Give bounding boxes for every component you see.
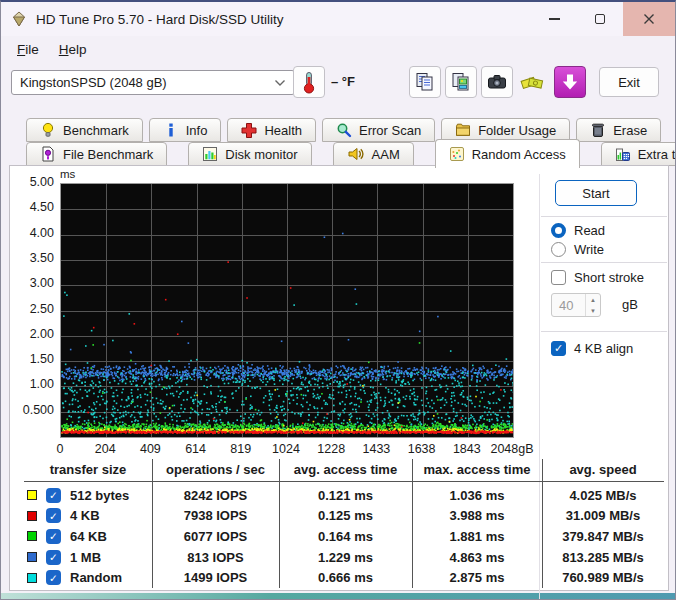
transfer-size-label: 4 KB: [70, 508, 100, 523]
copy-image-icon: [450, 71, 472, 93]
transfer-size-label: 1 MB: [70, 550, 101, 565]
tab-error-scan[interactable]: Error Scan: [322, 118, 435, 142]
x-tick-label: 2048gB: [480, 442, 544, 456]
bar-chart-icon: [202, 146, 218, 162]
menu-file[interactable]: File: [9, 39, 47, 60]
tab-health[interactable]: Health: [227, 118, 316, 142]
write-radio[interactable]: [551, 242, 566, 257]
copy-image-button[interactable]: [445, 66, 477, 98]
app-window: HD Tune Pro 5.70 - Hard Disk/SSD Utility…: [0, 0, 676, 600]
temperature-value: – °F: [331, 74, 355, 89]
app-icon: [11, 11, 27, 27]
operations-cell: 7938 IOPS: [152, 508, 279, 523]
toolbar: KingstonSPSD (2048 gB) – °F Exit: [1, 62, 675, 110]
close-button[interactable]: [623, 2, 675, 36]
series-checkbox[interactable]: ✓: [46, 508, 61, 523]
tab-label: File Benchmark: [63, 147, 153, 162]
table-header-cell: max. access time: [412, 462, 542, 477]
avg-access-cell: 0.164 ms: [279, 529, 412, 544]
y-tick-label: 4.50: [10, 200, 54, 214]
update-button[interactable]: [554, 66, 586, 98]
table-header-row: transfer sizeoperations / secavg. access…: [24, 459, 664, 480]
spin-up-icon[interactable]: ▲: [586, 294, 600, 305]
tab-file-benchmark[interactable]: File Benchmark: [26, 142, 167, 166]
separator: [541, 216, 667, 217]
y-tick-label: 1.00: [10, 377, 54, 391]
read-label: Read: [574, 223, 605, 238]
table-row-4-kb: ✓4 KB7938 IOPS0.125 ms3.988 ms31.009 MB/…: [24, 506, 664, 527]
tab-info[interactable]: Info: [149, 118, 222, 142]
spin-down-icon[interactable]: ▼: [586, 305, 600, 316]
y-tick-label: 0.500: [10, 403, 54, 417]
y-tick-label: 3.50: [10, 251, 54, 265]
tab-label: Health: [264, 123, 302, 138]
write-label: Write: [574, 242, 604, 257]
tab-disk-monitor[interactable]: Disk monitor: [188, 142, 311, 166]
tab-random-access[interactable]: Random Access: [435, 139, 580, 168]
window-title: HD Tune Pro 5.70 - Hard Disk/SSD Utility: [36, 12, 284, 27]
tab-label: Error Scan: [359, 123, 421, 138]
separator: [541, 331, 667, 332]
table-row-512-bytes: ✓512 bytes8242 IOPS0.121 ms1.036 ms4.025…: [24, 485, 664, 506]
start-label: Start: [582, 186, 609, 201]
avg-speed-cell: 4.025 MB/s: [542, 488, 664, 503]
tab-erase[interactable]: Erase: [576, 118, 661, 142]
read-radio-row[interactable]: Read: [551, 223, 605, 238]
gb-unit-label: gB: [622, 297, 638, 312]
y-axis-unit-label: ms: [60, 168, 75, 180]
tab-aam[interactable]: AAM: [333, 142, 414, 166]
y-tick-label: 4.00: [10, 226, 54, 240]
table-row-random: ✓Random1499 IOPS0.666 ms2.875 ms760.989 …: [24, 567, 664, 588]
start-button[interactable]: Start: [555, 180, 637, 206]
screenshot-button[interactable]: [481, 66, 513, 98]
short-stroke-label: Short stroke: [574, 270, 644, 285]
lightbulb-icon: [40, 122, 56, 138]
tab-label: Benchmark: [63, 123, 129, 138]
tab-benchmark[interactable]: Benchmark: [26, 118, 143, 142]
maximize-button[interactable]: [577, 2, 623, 36]
exit-button[interactable]: Exit: [599, 67, 659, 97]
tab-label: Folder Usage: [478, 123, 556, 138]
file-benchmark-icon: [40, 146, 56, 162]
drive-select-dropdown[interactable]: KingstonSPSD (2048 gB): [11, 70, 295, 95]
main-panel: ms 5.004.504.003.503.002.502.001.501.000…: [9, 165, 669, 591]
transfer-size-label: 512 bytes: [70, 488, 129, 503]
series-checkbox[interactable]: ✓: [46, 529, 61, 544]
magnifier-icon: [336, 122, 352, 138]
series-color-swatch: [27, 490, 37, 500]
desktop-background-strip: [1, 593, 675, 599]
series-checkbox[interactable]: ✓: [46, 570, 61, 585]
tab-label: Erase: [613, 123, 647, 138]
operations-cell: 8242 IOPS: [152, 488, 279, 503]
copy-text-button[interactable]: [409, 66, 441, 98]
tab-label: Extra tests: [638, 147, 676, 162]
drive-select-value: KingstonSPSD (2048 gB): [20, 75, 167, 90]
tab-extra-tests[interactable]: Extra tests: [601, 142, 676, 166]
thermometer-icon: [298, 70, 320, 94]
y-tick-label: 2.00: [10, 327, 54, 341]
minimize-button[interactable]: [531, 2, 577, 36]
short-stroke-row[interactable]: Short stroke: [551, 270, 644, 285]
align-row[interactable]: ✓ 4 KB align: [551, 341, 633, 356]
short-stroke-size-stepper[interactable]: 40 ▲ ▼: [551, 293, 601, 317]
avg-access-cell: 0.125 ms: [279, 508, 412, 523]
read-radio[interactable]: [551, 223, 566, 238]
table-header-underline: [24, 481, 664, 482]
series-color-swatch: [27, 531, 37, 541]
write-radio-row[interactable]: Write: [551, 242, 604, 257]
temperature-button[interactable]: [293, 66, 325, 98]
series-checkbox[interactable]: ✓: [46, 488, 61, 503]
menu-help[interactable]: Help: [51, 39, 95, 60]
tab-label: AAM: [372, 147, 400, 162]
y-tick-label: 5.00: [10, 175, 54, 189]
register-button[interactable]: [517, 66, 549, 98]
series-checkbox[interactable]: ✓: [46, 550, 61, 565]
avg-speed-cell: 31.009 MB/s: [542, 508, 664, 523]
short-stroke-checkbox[interactable]: [551, 270, 566, 285]
avg-access-cell: 1.229 ms: [279, 550, 412, 565]
max-access-cell: 1.036 ms: [412, 488, 542, 503]
copy-text-icon: [414, 71, 436, 93]
align-checkbox[interactable]: ✓: [551, 341, 566, 356]
money-icon: [520, 70, 546, 94]
avg-access-cell: 0.666 ms: [279, 570, 412, 585]
